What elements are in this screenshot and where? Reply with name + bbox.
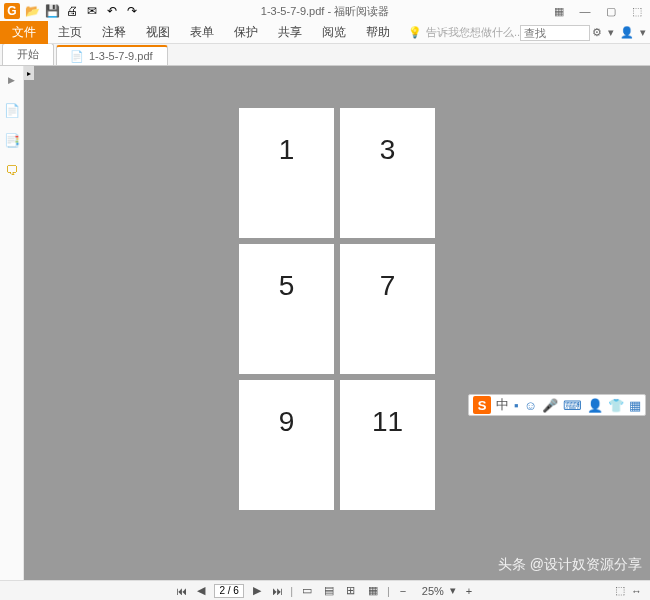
open-icon[interactable]: 📂: [24, 3, 40, 19]
title-app: 福昕阅读器: [334, 5, 389, 17]
zoom-level[interactable]: 25%: [422, 585, 444, 597]
pdf-icon: 📄: [71, 50, 83, 62]
ime-punct-icon[interactable]: ▪: [514, 398, 519, 413]
last-page-button[interactable]: ⏭: [270, 585, 284, 597]
search-input[interactable]: [520, 25, 590, 41]
menu-file[interactable]: 文件: [0, 21, 48, 44]
menu-help[interactable]: 帮助: [356, 21, 400, 44]
window-controls: ▦ — ▢ ⬚: [550, 4, 646, 18]
side-panel: ▶ 📄 📑 🗨: [0, 66, 24, 580]
menu-view[interactable]: 视图: [136, 21, 180, 44]
quick-access-toolbar: G 📂 💾 🖨 ✉ ↶ ↷: [4, 3, 140, 19]
chevron-down-icon[interactable]: ▾: [450, 584, 456, 597]
app-logo[interactable]: G: [4, 3, 20, 19]
view-continuous-icon[interactable]: ▤: [321, 584, 337, 598]
tab-document-active[interactable]: 📄 1-3-5-7-9.pdf: [56, 45, 168, 65]
collapse-panel-icon[interactable]: ▶: [4, 72, 20, 88]
page-thumb-icon[interactable]: 📄: [4, 102, 20, 118]
menu-home[interactable]: 主页: [48, 21, 92, 44]
menu-form[interactable]: 表单: [180, 21, 224, 44]
menu-read[interactable]: 阅览: [312, 21, 356, 44]
search-box: [520, 25, 590, 41]
separator: |: [290, 585, 293, 597]
first-page-button[interactable]: ⏮: [174, 585, 188, 597]
fit-page-icon[interactable]: ⬚: [615, 584, 625, 597]
status-bar: ⏮ ◀ ▶ ⏭ | ▭ ▤ ⊞ ▦ | − 25% ▾ + ⬚ ↔: [0, 580, 650, 600]
view-continuous-facing-icon[interactable]: ▦: [365, 584, 381, 598]
zoom-out-button[interactable]: −: [396, 585, 410, 597]
close-icon[interactable]: ⬚: [628, 4, 646, 18]
ime-keyboard-icon[interactable]: ⌨: [563, 398, 582, 413]
save-icon[interactable]: 💾: [44, 3, 60, 19]
ime-grid-icon[interactable]: ▦: [629, 398, 641, 413]
statusbar-right: ⬚ ↔: [615, 584, 642, 597]
document-canvas[interactable]: ▸ 1 3 5 7 9 11 S 中 ▪ ☺ 🎤 ⌨ 👤 👕 ▦ 头条 @设计奴…: [24, 66, 650, 580]
ime-lang[interactable]: 中: [496, 396, 509, 414]
next-page-button[interactable]: ▶: [250, 584, 264, 597]
watermark-text: 头条 @设计奴资源分享: [498, 556, 642, 574]
fit-width-icon[interactable]: ↔: [631, 585, 642, 597]
undo-icon[interactable]: ↶: [104, 3, 120, 19]
view-single-icon[interactable]: ▭: [299, 584, 315, 598]
pdf-page[interactable]: 5: [239, 244, 334, 374]
menubar-right: ⚙▾ 👤▾: [592, 26, 646, 39]
chevron-down-icon[interactable]: ▾: [608, 26, 614, 39]
settings-icon[interactable]: ⚙: [592, 26, 602, 39]
title-filename: 1-3-5-7-9.pdf: [261, 5, 325, 17]
lightbulb-icon: 💡: [408, 26, 422, 39]
page-number-input[interactable]: [214, 584, 244, 598]
pdf-page[interactable]: 9: [239, 380, 334, 510]
panel-toggle-handle[interactable]: ▸: [24, 66, 34, 80]
user-icon[interactable]: 👤: [620, 26, 634, 39]
chevron-down-icon[interactable]: ▾: [640, 26, 646, 39]
pdf-page[interactable]: 3: [340, 108, 435, 238]
tab-start[interactable]: 开始: [2, 43, 54, 65]
sogou-logo-icon[interactable]: S: [473, 396, 491, 414]
ime-user-icon[interactable]: 👤: [587, 398, 603, 413]
ime-face-icon[interactable]: ☺: [524, 398, 537, 413]
view-facing-icon[interactable]: ⊞: [343, 584, 359, 598]
ime-mic-icon[interactable]: 🎤: [542, 398, 558, 413]
menu-share[interactable]: 共享: [268, 21, 312, 44]
pdf-page[interactable]: 1: [239, 108, 334, 238]
title-bar: G 📂 💾 🖨 ✉ ↶ ↷ 1-3-5-7-9.pdf - 福昕阅读器 ▦ — …: [0, 0, 650, 22]
view-grid-icon[interactable]: ▦: [550, 4, 568, 18]
title-sep: -: [324, 5, 334, 17]
tab-active-label: 1-3-5-7-9.pdf: [89, 50, 153, 62]
window-title: 1-3-5-7-9.pdf - 福昕阅读器: [261, 4, 389, 19]
pdf-page[interactable]: 11: [340, 380, 435, 510]
menu-annotate[interactable]: 注释: [92, 21, 136, 44]
minimize-icon[interactable]: —: [576, 4, 594, 18]
redo-icon[interactable]: ↷: [124, 3, 140, 19]
workspace: ▶ 📄 📑 🗨 ▸ 1 3 5 7 9 11 S 中 ▪ ☺ 🎤 ⌨ 👤 👕 ▦…: [0, 66, 650, 580]
tab-start-label: 开始: [17, 47, 39, 62]
ime-toolbar[interactable]: S 中 ▪ ☺ 🎤 ⌨ 👤 👕 ▦: [468, 394, 646, 416]
menu-protect[interactable]: 保护: [224, 21, 268, 44]
zoom-in-button[interactable]: +: [462, 585, 476, 597]
print-icon[interactable]: 🖨: [64, 3, 80, 19]
prev-page-button[interactable]: ◀: [194, 584, 208, 597]
email-icon[interactable]: ✉: [84, 3, 100, 19]
maximize-icon[interactable]: ▢: [602, 4, 620, 18]
tell-me-text: 告诉我您想做什么...: [426, 25, 523, 40]
menu-bar: 文件 主页 注释 视图 表单 保护 共享 阅览 帮助 💡 告诉我您想做什么...…: [0, 22, 650, 44]
clipboard-icon[interactable]: 📑: [4, 132, 20, 148]
tell-me-prompt[interactable]: 💡 告诉我您想做什么...: [408, 25, 523, 40]
separator: |: [387, 585, 390, 597]
document-tab-bar: 开始 📄 1-3-5-7-9.pdf: [0, 44, 650, 66]
comment-icon[interactable]: 🗨: [4, 162, 20, 178]
pages-grid: 1 3 5 7 9 11: [239, 108, 435, 510]
ime-skin-icon[interactable]: 👕: [608, 398, 624, 413]
pdf-page[interactable]: 7: [340, 244, 435, 374]
